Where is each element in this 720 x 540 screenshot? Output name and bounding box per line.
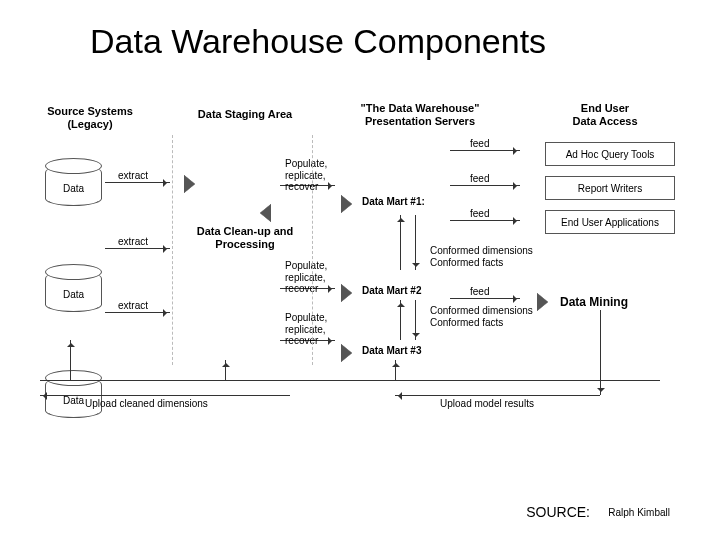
tool-report: Report Writers [545,176,675,200]
feed-label: feed [470,286,489,298]
arrow-upload-dims-h [40,395,290,396]
arrow-upload-model-h [395,395,600,396]
mart-icon [342,196,352,212]
arrow-conformed [415,215,416,270]
cylinder-label: Data [46,183,101,194]
tool-euapp: End User Applications [545,210,675,234]
populate-label: Populate, replicate, recover [285,158,327,193]
arrow-feed [450,150,520,151]
arrow-extract [105,182,170,183]
source-cylinder: Data [45,271,102,312]
feed-label: feed [470,173,489,185]
feedback-line [40,380,660,381]
arrow-upload-model-v [600,310,601,395]
source-author: Ralph Kimball [608,507,670,519]
col-header-staging: Data Staging Area [185,108,305,121]
mining-icon [538,294,548,310]
feed-label: feed [470,208,489,220]
arrow-extract [105,248,170,249]
populate-label: Populate, replicate, recover [285,260,327,295]
arrow-conformed [400,215,401,270]
col-header-dw: "The Data Warehouse" Presentation Server… [340,102,500,127]
tool-adhoc: Ad Hoc Query Tools [545,142,675,166]
source-cylinder: Data [45,165,102,206]
data-mart-label: Data Mart #3 [362,345,421,357]
source-label: SOURCE: [526,504,590,520]
cleanup-label: Data Clean-up and Processing [185,225,305,250]
arrow-extract [105,312,170,313]
col-header-source: Source Systems (Legacy) [35,105,145,130]
cylinder-label: Data [46,289,101,300]
feed-label: feed [470,138,489,150]
arrow-conformed [400,300,401,340]
staging-frame [172,135,173,365]
staging-split-icon [260,205,270,221]
arrow-upload-model [395,360,396,380]
conformed-label: Conformed dimensions Conformed facts [430,305,533,328]
populate-label: Populate, replicate, recover [285,312,327,347]
staging-frame [312,135,313,365]
extract-label: extract [118,300,148,312]
arrow-upload-dims [225,360,226,380]
arrow-conformed [415,300,416,340]
arrow-feed [450,220,520,221]
extract-label: extract [118,236,148,248]
arrow-feed [450,185,520,186]
extract-label: extract [118,170,148,182]
arrow-feed [450,298,520,299]
upload-model-label: Upload model results [440,398,534,410]
mart-icon [342,345,352,361]
mart-icon [342,285,352,301]
arrow-upload-dims [70,340,71,380]
col-header-enduser: End User Data Access [555,102,655,127]
upload-dims-label: Upload cleaned dimensions [85,398,208,410]
data-mart-label: Data Mart #1: [362,196,425,208]
conformed-label: Conformed dimensions Conformed facts [430,245,533,268]
slide-title: Data Warehouse Components [90,22,546,61]
tool-mining: Data Mining [560,296,628,310]
staging-merge-icon [185,176,195,192]
data-mart-label: Data Mart #2 [362,285,421,297]
